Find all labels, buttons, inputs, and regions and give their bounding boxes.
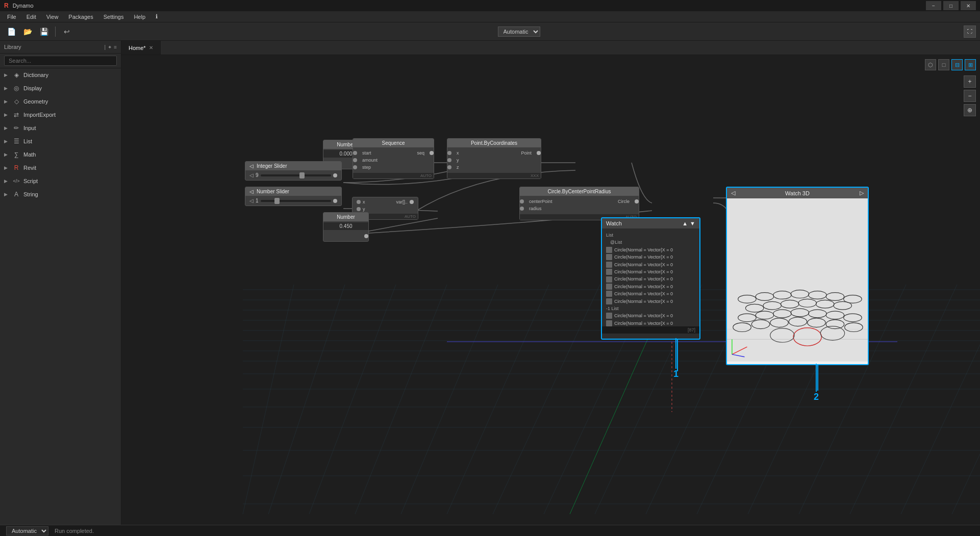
geometry-preview-button[interactable]: ⬡ — [925, 59, 936, 70]
number-slider-left-arrow[interactable]: ◁ — [249, 198, 254, 203]
number-slider-node[interactable]: ◁ Number Slider ◁ 1 — [245, 187, 342, 206]
sidebar-item-string[interactable]: ▶ A String — [0, 188, 121, 201]
input-port-z[interactable] — [447, 165, 451, 169]
number-slider-value: 1 — [256, 198, 259, 203]
script-icon: </> — [12, 177, 20, 185]
menu-item-file[interactable]: File — [2, 13, 21, 21]
fullscreen-button[interactable]: ⛶ — [964, 25, 976, 38]
output-port-num2[interactable] — [364, 234, 368, 238]
input-port-amount[interactable] — [353, 158, 357, 162]
slider-left-arrow[interactable]: ◁ — [249, 172, 254, 178]
expand-arrow-display: ▶ — [4, 86, 9, 91]
expand-arrow-list: ▶ — [4, 139, 9, 144]
sidebar-item-list[interactable]: ▶ ☰ List — [0, 135, 121, 148]
input-port-y[interactable] — [447, 158, 451, 162]
input-port-x[interactable] — [447, 151, 451, 155]
sidebar-item-geometry[interactable]: ▶ ◇ Geometry — [0, 95, 121, 108]
save-button[interactable]: 💾 — [37, 24, 51, 39]
importexport-icon: ⇄ — [12, 111, 20, 119]
run-mode-select-statusbar[interactable]: Automatic Manual — [6, 526, 48, 535]
point-bycoordinates-node[interactable]: Point.ByCoordinates x Point — [447, 138, 541, 179]
watch-scroll-up[interactable]: ▲ — [682, 220, 688, 226]
minimize-button[interactable]: − — [926, 1, 941, 10]
watch-item-c6: Circle(Normal = Vector{X = 0 — [606, 283, 695, 290]
menu-item-view[interactable]: View — [41, 13, 64, 21]
search-input[interactable] — [4, 56, 117, 66]
watch3d-right-port[interactable]: ▷ — [860, 190, 864, 196]
watch-item-c3: Circle(Normal = Vector{X = 0 — [606, 261, 695, 268]
menu-item-[interactable]: ℹ — [150, 12, 163, 21]
new-button[interactable]: 📄 — [4, 24, 18, 39]
port-in-x: x — [447, 150, 462, 156]
tab-close[interactable]: ✕ — [149, 45, 153, 50]
amount-label: amount — [359, 158, 381, 163]
watch3d-left-port[interactable]: ◁ — [731, 190, 735, 196]
menu-item-packages[interactable]: Packages — [63, 13, 98, 21]
input-port-start[interactable] — [353, 151, 357, 155]
layout-h-button[interactable]: ⊟ — [951, 59, 963, 70]
svg-rect-37 — [727, 198, 868, 361]
number-node-2[interactable]: Number 0.450 — [323, 212, 369, 242]
integer-slider-track[interactable] — [261, 174, 331, 176]
geometry-icon: ◇ — [12, 97, 20, 106]
node-graph[interactable]: Number 0.000 Sequence — [121, 55, 980, 525]
menu-item-help[interactable]: Help — [129, 13, 150, 21]
input-port-center[interactable] — [520, 199, 524, 203]
integer-slider-arrow[interactable]: ◁ — [249, 163, 254, 169]
watch-scroll-down[interactable]: ▼ — [690, 220, 695, 226]
fit-button[interactable]: ⊕ — [964, 104, 976, 116]
lib-icon-2[interactable]: ✦ — [108, 44, 112, 50]
sidebar-item-math[interactable]: ▶ ∑ Math — [0, 148, 121, 161]
open-button[interactable]: 📂 — [20, 24, 35, 39]
step-label: step — [359, 165, 374, 170]
lib-icon-1[interactable]: | — [105, 44, 106, 50]
menu-item-edit[interactable]: Edit — [21, 13, 41, 21]
run-mode-select[interactable]: Automatic Manual — [498, 27, 540, 37]
list-icon: ☰ — [12, 137, 20, 145]
sidebar-item-input[interactable]: ▶ ✏ Input — [0, 121, 121, 135]
close-button[interactable]: ✕ — [961, 1, 976, 10]
integer-slider-node[interactable]: ◁ Integer Slider ◁ 9 — [245, 161, 342, 181]
expand-arrow-dictionary: ▶ — [4, 72, 9, 78]
watch-panel[interactable]: Watch ▲ ▼ List @List Circle(Norm — [601, 217, 700, 340]
sidebar-item-importexport[interactable]: ▶ ⇄ ImportExport — [0, 108, 121, 121]
background-button[interactable]: □ — [938, 59, 949, 70]
undo-button[interactable]: ↩ — [60, 24, 74, 39]
output-port-circle[interactable] — [635, 199, 639, 203]
importexport-label: ImportExport — [23, 112, 56, 118]
code-block-in-x[interactable] — [357, 200, 361, 204]
zoom-out-button[interactable]: − — [964, 90, 976, 102]
code-block-out[interactable] — [410, 200, 414, 204]
sidebar-item-dictionary[interactable]: ▶ ◈ Dictionary — [0, 68, 121, 82]
layout-v-button[interactable]: ⊞ — [965, 59, 976, 70]
input-port-step[interactable] — [353, 165, 357, 169]
list-label: List — [23, 138, 32, 144]
integer-slider-thumb[interactable] — [299, 172, 305, 178]
code-block-in-y[interactable] — [357, 207, 361, 211]
output-port-point[interactable] — [537, 151, 541, 155]
tab-bar: Home* ✕ — [121, 41, 980, 55]
tab-home[interactable]: Home* ✕ — [121, 41, 161, 55]
sidebar-item-revit[interactable]: ▶ R Revit — [0, 161, 121, 174]
sequence-node[interactable]: Sequence start seq — [353, 138, 434, 179]
lib-icon-3[interactable]: ≡ — [114, 44, 117, 50]
expand-arrow-input: ▶ — [4, 125, 9, 131]
code-block-y-label: y — [363, 207, 365, 212]
expand-arrow-geometry: ▶ — [4, 99, 9, 104]
watch3d-panel[interactable]: ◁ Watch 3D ▷ — [726, 187, 869, 365]
sidebar-item-display[interactable]: ▶ ◎ Display — [0, 82, 121, 95]
port-in-center: centerPoint — [520, 199, 556, 204]
maximize-button[interactable]: □ — [943, 1, 959, 10]
zoom-in-button[interactable]: + — [964, 75, 976, 88]
number-slider-thumb[interactable] — [274, 198, 280, 204]
number-slider-arrow[interactable]: ◁ — [249, 189, 254, 194]
input-icon: ✏ — [12, 124, 20, 132]
sidebar-item-script[interactable]: ▶ </> Script — [0, 174, 121, 188]
number-slider-track[interactable] — [261, 200, 331, 202]
input-port-radius[interactable] — [520, 207, 524, 211]
circle-by-center-node[interactable]: Circle.ByCenterPointRadius centerPoint C… — [519, 187, 639, 220]
menu-item-settings[interactable]: Settings — [98, 13, 129, 21]
port-row-center: centerPoint Circle — [520, 198, 639, 205]
output-port-seq[interactable] — [430, 151, 434, 155]
watch-item-c8: Circle(Normal = Vector{X = 0 — [606, 298, 695, 305]
